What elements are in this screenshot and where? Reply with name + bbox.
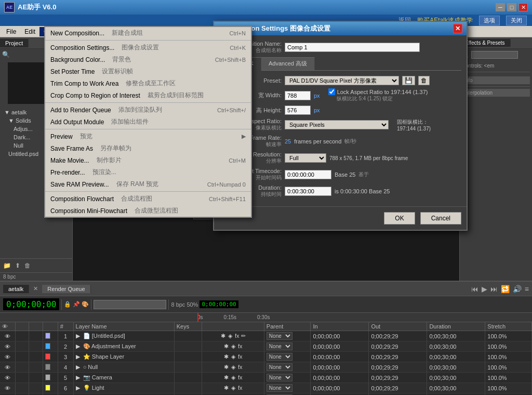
menu-item-name: Add Output Module — [50, 118, 104, 126]
menu-item-name: New Composition... — [50, 30, 104, 37]
preset-save-button[interactable]: 💾 — [402, 76, 415, 85]
ok-button[interactable]: OK — [384, 212, 415, 225]
menu-item-shortcut: Ctrl+Shift+F11 — [209, 196, 246, 202]
duration-info: is 0:00:30:00 Base 25 — [335, 188, 390, 194]
duration-input[interactable] — [285, 187, 331, 196]
menu-separator — [45, 102, 251, 103]
pixel-aspect-row: Pixel Aspect Ratio: 像素纵横比 Square Pixels … — [219, 118, 461, 131]
height-input[interactable] — [285, 106, 311, 115]
menu-item-name: Trim Comp to Work Area — [50, 80, 118, 87]
menu-item-zh: 添加到渲染队列 — [118, 106, 162, 114]
frame-aspect-info: 固框纵横比： 197:144 (1.37) — [397, 118, 431, 131]
base-zh: 基于 — [358, 171, 369, 178]
dialog-tabs: Basic 基本 Advanced 高级 — [219, 57, 461, 71]
menu-item-name: Add to Render Queue — [50, 107, 111, 114]
context-menu-item[interactable]: Composition Mini-Flowchart 合成微型流程图 — [45, 205, 251, 217]
menu-separator — [45, 129, 251, 129]
start-timecode-row: Start Timecode: 开始时间码 Base 25 基于 — [219, 168, 461, 181]
resolution-select[interactable]: Full — [285, 153, 326, 163]
menu-item-shortcut: Ctrl+Numpad 0 — [207, 181, 246, 188]
menu-item-zh: 图像合成设置 — [122, 43, 159, 52]
preset-select[interactable]: PAL D1/DV Square Pixel 方形像素 — [285, 76, 399, 85]
width-unit: px — [314, 93, 320, 99]
height-unit: px — [314, 107, 320, 113]
context-menu-item[interactable]: Save Frame As 另存单帧为 — [45, 142, 251, 154]
pixel-aspect-select[interactable]: Square Pixels — [285, 120, 389, 129]
menu-item-zh: 合成流程图 — [121, 194, 152, 203]
start-timecode-input[interactable] — [285, 170, 331, 179]
menu-item-shortcut: Ctrl+Shift+/ — [217, 107, 246, 113]
context-menu-item[interactable]: Crop Comp to Region of Interest 裁剪合成到目标范… — [45, 89, 251, 101]
dialog-close-button[interactable]: ✕ — [453, 24, 462, 33]
context-menu-item[interactable]: Background Color... 背景色 Ctrl+Shift+B — [45, 54, 251, 65]
menu-item-name: Background Color... — [50, 56, 105, 63]
menu-item-zh: 新建合成组 — [112, 29, 143, 37]
context-menu-item[interactable]: Trim Comp to Work Area 修整合成至工作区 — [45, 77, 251, 89]
context-menu-item[interactable]: Pre-render... 预渲染... — [45, 166, 251, 178]
menu-item-zh: 合成微型流程图 — [135, 206, 178, 215]
frame-rate-row: Frame Rate: 帧速率 25 frames per second 帧/秒 — [219, 135, 461, 148]
menu-item-zh: 制作影片 — [97, 156, 122, 165]
cancel-button[interactable]: Cancel — [420, 212, 461, 225]
context-menu-item[interactable]: Add Output Module 添加输出组件 — [45, 116, 251, 128]
menu-item-zh: 预渲染... — [92, 168, 116, 177]
lock-sublabel: 纵横比比 5:4 (1.25) 锁定 — [337, 95, 428, 102]
tab-advanced[interactable]: Advanced 高级 — [261, 57, 315, 70]
preset-delete-button[interactable]: 🗑 — [418, 76, 430, 85]
menu-item-name: Save RAM Preview... — [50, 181, 109, 188]
menu-item-zh: 保存 RAM 预览 — [116, 180, 158, 189]
menu-item-shortcut: Ctrl+M — [229, 157, 246, 164]
resolution-info: 788 x 576, 1.7 MB per 8bpc frame — [329, 155, 408, 161]
width-input[interactable] — [285, 91, 311, 100]
menu-item-name: Make Movie... — [50, 157, 89, 164]
menu-item-zh: 另存单帧为 — [100, 144, 131, 153]
menu-item-zh: 修整合成至工作区 — [126, 79, 176, 88]
context-menu-item[interactable]: Make Movie... 制作影片 Ctrl+M — [45, 154, 251, 166]
frame-rate-unit-zh: 帧/秒 — [344, 138, 356, 145]
menu-item-shortcut: Ctrl+Shift+B — [215, 57, 246, 63]
lock-aspect-checkbox[interactable] — [328, 88, 335, 95]
frame-rate-value: 25 — [285, 138, 291, 144]
menu-item-zh: 设置标识帧 — [102, 67, 133, 76]
menu-item-zh: 裁剪合成到目标范围 — [148, 91, 204, 100]
menu-separator — [45, 191, 251, 192]
context-menu-item[interactable]: Preview 预览 ▶ — [45, 130, 251, 142]
menu-item-zh: 添加输出组件 — [111, 117, 149, 126]
comp-name-row: Composition Name: 合成组名称 — [219, 41, 461, 54]
preset-row: Preset: PAL D1/DV Square Pixel 方形像素 💾 🗑 — [219, 76, 461, 85]
menu-item-name: Pre-render... — [50, 169, 85, 176]
lock-area: Lock Aspect Ratio to 197:144 (1.37) 纵横比比… — [328, 88, 428, 102]
menu-item-name: Crop Comp to Region of Interest — [50, 92, 140, 99]
menu-item-name: Save Frame As — [50, 145, 93, 152]
height-row-container: 高 Height: px — [219, 106, 461, 115]
dimensions-row: 宽 Width: px Lock Aspect Ratio to 197:144… — [219, 88, 461, 102]
context-menu-item[interactable]: Add to Render Queue 添加到渲染队列 Ctrl+Shift+/ — [45, 104, 251, 116]
menu-separator — [45, 40, 251, 41]
menu-item-zh: 背景色 — [112, 55, 131, 64]
comp-name-input[interactable] — [285, 43, 420, 52]
context-menu-item[interactable]: New Composition... 新建合成组 Ctrl+N — [45, 27, 251, 39]
context-menu: New Composition... 新建合成组 Ctrl+N Composit… — [44, 26, 252, 218]
menu-item-name: Composition Settings... — [50, 44, 114, 51]
menu-item-name: Preview — [50, 133, 73, 140]
context-menu-item[interactable]: Save RAM Preview... 保存 RAM 预览 Ctrl+Numpa… — [45, 178, 251, 190]
menu-item-shortcut: Ctrl+K — [230, 45, 246, 51]
menu-item-name: Composition Mini-Flowchart — [50, 207, 127, 215]
context-menu-item[interactable]: Set Poster Time 设置标识帧 — [45, 65, 251, 77]
resolution-row: Resolution: 分辨率 Full 788 x 576, 1.7 MB p… — [219, 151, 461, 165]
context-menu-item[interactable]: Composition Flowchart 合成流程图 Ctrl+Shift+F… — [45, 193, 251, 205]
frame-rate-unit: frames per second — [294, 138, 341, 144]
base-label: Base 25 — [335, 172, 355, 178]
menu-item-name: Set Poster Time — [50, 68, 95, 75]
context-menu-item[interactable]: Composition Settings... 图像合成设置 Ctrl+K — [45, 42, 251, 54]
menu-item-shortcut: Ctrl+N — [230, 30, 246, 36]
menu-item-name: Composition Flowchart — [50, 195, 114, 203]
submenu-arrow-icon: ▶ — [242, 133, 246, 140]
duration-row: Duration: 持续时间 is 0:00:30:00 Base 25 — [219, 185, 461, 198]
menu-item-zh: 预览 — [80, 132, 92, 141]
